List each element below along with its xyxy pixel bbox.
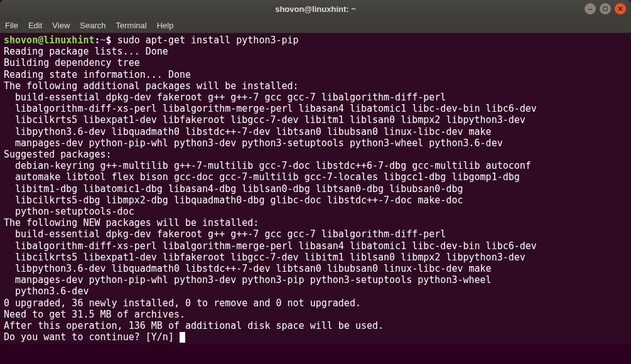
out-line: Building dependency tree	[4, 57, 140, 68]
menu-help[interactable]: Help	[157, 21, 174, 30]
maximize-button[interactable]	[600, 3, 611, 14]
out-line: The following additional packages will b…	[4, 80, 299, 92]
out-line: libcilkrts5 libexpat1-dev libfakeroot li…	[4, 252, 526, 263]
out-line: 0 upgraded, 36 newly installed, 0 to rem…	[4, 297, 361, 309]
prompt-dollar: $	[106, 35, 112, 46]
out-line: libalgorithm-diff-xs-perl libalgorithm-m…	[4, 240, 537, 252]
menu-edit[interactable]: Edit	[28, 21, 42, 30]
command-text: sudo apt-get install python3-pip	[117, 35, 299, 46]
window-controls	[585, 3, 626, 14]
out-line: libalgorithm-diff-xs-perl libalgorithm-m…	[4, 103, 537, 114]
out-line: libcilkrts5-dbg libmpx2-dbg libquadmath0…	[4, 195, 463, 206]
prompt-userhost: shovon@linuxhint	[4, 35, 95, 46]
out-line: Reading package lists... Done	[4, 46, 168, 57]
out-line: manpages-dev python-pip-whl python3-dev …	[4, 137, 503, 149]
minimize-icon	[587, 6, 593, 12]
out-line: libcilkrts5 libexpat1-dev libfakeroot li…	[4, 114, 526, 126]
out-line: libpython3.6-dev libquadmath0 libstdc++-…	[4, 126, 492, 137]
out-line: libitm1-dbg libatomic1-dbg libasan4-dbg …	[4, 183, 463, 195]
terminal-output[interactable]: shovon@linuxhint:~$ sudo apt-get install…	[0, 33, 631, 344]
menu-view[interactable]: View	[52, 21, 70, 30]
prompt-path: ~	[100, 35, 106, 46]
window-titlebar: shovon@linuxhint: ~	[0, 0, 631, 18]
menu-search[interactable]: Search	[80, 21, 105, 30]
cursor-icon	[180, 332, 185, 343]
out-line: python-setuptools-doc	[4, 206, 134, 217]
out-line: python3.6-dev	[4, 286, 89, 297]
out-line: automake libtool flex bison gcc-doc gcc-…	[4, 171, 520, 183]
prompt-colon: :	[95, 35, 100, 46]
out-line: build-essential dpkg-dev fakeroot g++ g+…	[4, 92, 446, 103]
out-line: Need to get 31.5 MB of archives.	[4, 309, 185, 320]
out-line-prompt: Do you want to continue? [Y/n]	[4, 331, 180, 343]
out-line: build-essential dpkg-dev fakeroot g++ g+…	[4, 228, 446, 240]
out-line: Reading state information... Done	[4, 69, 191, 80]
minimize-button[interactable]	[585, 3, 596, 14]
out-line: After this operation, 136 MB of addition…	[4, 320, 384, 331]
close-button[interactable]	[615, 3, 626, 14]
maximize-icon	[602, 6, 608, 12]
out-line: libpython3.6-dev libquadmath0 libstdc++-…	[4, 263, 492, 274]
out-line: debian-keyring g++-multilib g++-7-multil…	[4, 160, 531, 171]
out-line: manpages-dev python-pip-whl python3-dev …	[4, 274, 492, 286]
out-line: Suggested packages:	[4, 149, 112, 160]
menu-file[interactable]: File	[5, 21, 18, 30]
out-line: The following NEW packages will be insta…	[4, 217, 259, 228]
window-title: shovon@linuxhint: ~	[275, 4, 356, 14]
close-icon	[617, 6, 623, 12]
menubar: File Edit View Search Terminal Help	[0, 18, 631, 33]
svg-rect-1	[603, 7, 607, 11]
menu-terminal[interactable]: Terminal	[116, 21, 147, 30]
